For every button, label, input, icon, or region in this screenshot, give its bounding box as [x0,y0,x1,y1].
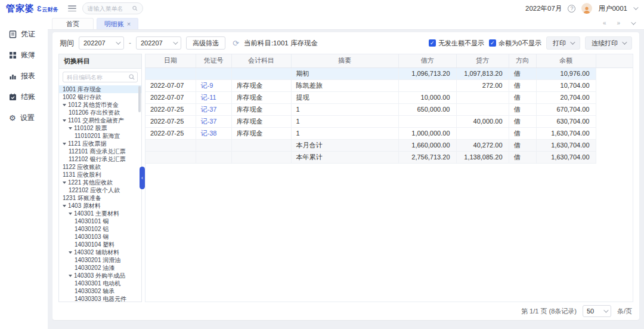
tree-item-1231[interactable]: 1231 坏账准备 [59,194,141,202]
checkbox-no-activity[interactable]: ✓ 无发生额不显示 [429,39,484,48]
tree-item-101206[interactable]: 101206 存出投资款 [59,109,141,116]
refresh-icon[interactable]: ⟳ [233,39,239,48]
tree-item-112102[interactable]: 112102 银行承兑汇票 [59,155,141,163]
tab-scroll-right-icon[interactable]: » [617,20,620,26]
table-row[interactable]: 2022-07-25记-37库存现金140,000.00借630,704.00 [145,115,633,127]
table-row-summary[interactable]: 本年累计2,756,713.201,138,085.20借1,630,704.0… [145,151,633,163]
tree-item-1131[interactable]: 1131 应收股利 [59,171,141,179]
sidebar-item-report[interactable]: 报表 [0,66,48,87]
panel-collapse-handle[interactable]: ‹ [140,167,145,189]
tree-item-1121[interactable]: 1121 应收票据 [59,140,141,147]
period-to-select[interactable]: 202207 [136,36,181,50]
app-root: 管家婆 Ɛ 云财务 2022年07月 ? 用户0001 凭证 [0,0,644,329]
tab-detail-ledger[interactable]: 明细账 × [97,18,138,29]
table-row[interactable]: 2022-07-25记-37库存现金1650,000.00借670,704.00 [145,103,633,115]
tree-item-14030201[interactable]: 14030201 润滑油 [59,256,141,264]
tree-expand-arrow-icon[interactable] [63,104,66,106]
voucher-link[interactable]: 记-9 [201,82,213,89]
tab-scroll-left-icon[interactable]: « [603,20,606,26]
voucher-link[interactable]: 记-37 [201,118,217,125]
menu-search[interactable] [82,2,143,14]
table-row[interactable]: 2022-07-25记-38库存现金11,000,000.00借1,630,70… [145,127,633,139]
sidebar-item-settings[interactable]: ⚙ 设置 [0,107,48,128]
tree-expand-arrow-icon[interactable] [69,213,72,215]
column-header-balance: 余额 [536,54,596,67]
tree-scrollbar-thumb[interactable] [138,86,141,112]
cell-direction: 借 [509,79,536,91]
tree-item-140303[interactable]: 140303 外购半成品 [59,272,141,279]
help-icon[interactable]: ? [568,5,575,13]
tree-item-14030302[interactable]: 14030302 轴承 [59,287,141,295]
tree-expand-arrow-icon[interactable] [63,205,66,207]
tree-item-140301[interactable]: 140301 主要材料 [59,210,141,217]
continuous-print-button[interactable]: 连续打印 [585,36,632,50]
pagination-bar: 第 1/1 页 (8条记录) 50 条/页 [52,302,639,320]
sidebar-item-ledger[interactable]: 账簿 [0,45,48,66]
cell-voucher: 记-11 [196,91,231,103]
print-button[interactable]: 打印 [546,36,580,50]
sidebar-item-label: 设置 [20,113,35,123]
tree-expand-arrow-icon[interactable] [63,119,66,122]
tab-label: 明细账 [104,20,124,29]
menu-search-input[interactable] [88,5,130,12]
voucher-link[interactable]: 记-38 [201,130,217,137]
column-header-credit: 贷方 [456,54,509,67]
advanced-filter-button[interactable]: 高级筛选 [186,36,225,50]
table-row-opening[interactable]: 期初1,096,713.201,097,813.20借10,976.00 [145,67,633,79]
tree-item-14030202[interactable]: 14030202 油漆 [59,264,141,272]
cell-date [145,151,196,163]
tree-expand-arrow-icon[interactable] [69,127,72,130]
tree-item-1403[interactable]: 1403 原材料 [59,202,141,210]
tab-home[interactable]: 首页 [52,18,94,29]
tree-item-1221[interactable]: 1221 其他应收款 [59,179,141,186]
sidebar-item-closing[interactable]: 结账 [0,87,48,107]
current-period[interactable]: 2022年07月 [525,4,562,13]
tab-list-caret-icon[interactable] [631,20,636,24]
tree-item-1001[interactable]: 1001 库存现金 [59,85,141,93]
table-row[interactable]: 2022-07-07记-11库存现金提现10,000.00借20,704.00 [145,91,633,103]
user-menu[interactable]: 用户0001 [598,4,627,13]
avatar[interactable] [581,3,592,14]
tree-item-14030104[interactable]: 14030104 塑料 [59,241,141,248]
tree-search[interactable] [63,72,138,82]
tree-item-140302[interactable]: 140302 辅助材料 [59,248,141,256]
checkbox-zero-balance[interactable]: ✓ 余额为0不显示 [489,39,541,48]
cell-credit: 40,272.00 [456,139,509,151]
tree-expand-arrow-icon[interactable] [63,182,66,184]
user-caret-icon[interactable] [633,5,638,10]
tree-item-label: 14030303 电器元件 [75,296,126,302]
page-info: 第 1/1 页 (8条记录) [521,307,577,316]
tree-item-14030102[interactable]: 14030102 铝 [59,225,141,233]
tree-item-14030301[interactable]: 14030301 电动机 [59,279,141,287]
page-size-select[interactable]: 50 [583,305,611,317]
tree-search-input[interactable] [63,72,138,82]
cell-subject [231,151,291,163]
tree-item-112101[interactable]: 112101 商业承兑汇票 [59,147,141,155]
tree-item-1122[interactable]: 1122 应收账款 [59,163,141,171]
tree-item-1002[interactable]: 1002 银行存款 [59,93,141,101]
table-row[interactable]: 2022-07-07记-9库存现金陈凯差旅272.00借10,704.00 [145,79,633,91]
tree-item-122102[interactable]: 122102 应收个人款 [59,186,141,194]
tree-item-11010201[interactable]: 11010201 新海宜 [59,132,141,140]
tree-expand-arrow-icon[interactable] [63,143,66,145]
sidebar: 凭证 账簿 报表 结账 ⚙ 设置 [0,17,48,329]
tree-item-14030103[interactable]: 14030103 钢 [59,233,141,241]
tree-expand-arrow-icon[interactable] [69,251,72,254]
tree-item-14030303[interactable]: 14030303 电器元件 [59,295,141,302]
cell-filler [596,127,633,139]
tree-expand-arrow-icon[interactable] [69,275,72,277]
tree-item-110102[interactable]: 110102 股票 [59,124,141,132]
table-row-summary[interactable]: 本月合计1,660,000.0040,272.00借1,630,704.00 [145,139,633,151]
voucher-link[interactable]: 记-11 [201,94,216,101]
cell-credit: 1,138,085.20 [456,151,509,163]
voucher-link[interactable]: 记-37 [201,106,217,113]
close-tab-icon[interactable]: × [127,21,131,27]
menu-toggle-icon[interactable] [68,5,76,11]
tree-item-label: 1231 坏账准备 [63,195,101,201]
tree-item-1101[interactable]: 1101 交易性金融资产 [59,116,141,124]
sidebar-item-voucher[interactable]: 凭证 [0,24,48,45]
search-icon [129,74,135,80]
period-from-select[interactable]: 202207 [79,36,124,50]
tree-item-1012[interactable]: 1012 其他货币资金 [59,101,141,109]
tree-item-14030101[interactable]: 14030101 铜 [59,217,141,225]
